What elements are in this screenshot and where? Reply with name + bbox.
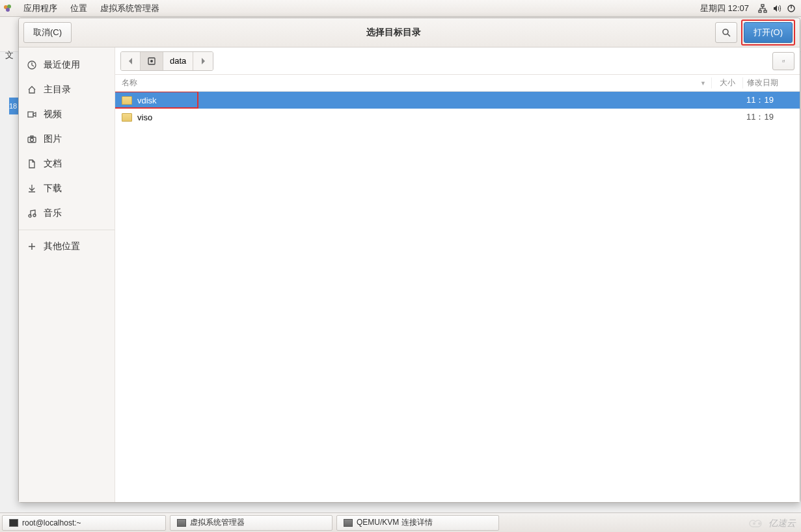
svg-point-8 — [723, 29, 728, 34]
search-button[interactable] — [715, 22, 737, 43]
sidebar-label: 视频 — [44, 109, 62, 120]
svg-rect-4 — [759, 10, 761, 12]
file-list-panel: data 名称 ▼ 大小 修改日期 vdisk — [115, 47, 800, 502]
sidebar-item-music[interactable]: 音乐 — [19, 201, 115, 226]
sidebar-item-home[interactable]: 主目录 — [19, 77, 115, 102]
file-name: viso — [137, 113, 152, 122]
file-list[interactable]: vdisk 11：19 viso 11：19 — [115, 92, 800, 502]
path-root-button[interactable] — [141, 52, 163, 70]
svg-point-15 — [29, 215, 31, 217]
sidebar-separator — [19, 230, 115, 230]
sidebar-item-documents[interactable]: 文档 — [19, 152, 115, 176]
sidebar-item-downloads[interactable]: 下载 — [19, 176, 115, 201]
open-button-highlight: 打开(O) — [741, 20, 795, 46]
network-icon[interactable] — [755, 4, 770, 13]
svg-point-20 — [759, 523, 761, 525]
taskbar-item-qemu[interactable]: QEMU/KVM 连接详情 — [336, 515, 499, 531]
path-bar: data — [115, 47, 800, 75]
taskbar-item-vmm[interactable]: 虚拟系统管理器 — [170, 515, 333, 531]
sidebar-item-recent[interactable]: 最近使用 — [19, 53, 115, 77]
power-icon[interactable] — [784, 4, 798, 13]
search-icon — [722, 28, 731, 37]
path-forward-button[interactable] — [193, 52, 213, 70]
svg-point-13 — [31, 139, 34, 142]
sidebar-label: 文档 — [44, 158, 62, 170]
chevron-left-icon — [128, 58, 133, 64]
column-headers: 名称 ▼ 大小 修改日期 — [115, 75, 800, 92]
taskbar-label: QEMU/KVM 连接详情 — [357, 517, 433, 528]
camera-icon — [27, 135, 37, 143]
volume-icon[interactable] — [770, 4, 784, 13]
bottom-taskbar: root@localhost:~ 虚拟系统管理器 QEMU/KVM 连接详情 — [0, 512, 801, 532]
column-name[interactable]: 名称 ▼ — [122, 77, 711, 88]
sidebar-label: 音乐 — [44, 207, 62, 219]
new-folder-button[interactable] — [772, 52, 794, 70]
sidebar-item-other-places[interactable]: 其他位置 — [19, 234, 115, 259]
home-icon — [27, 85, 37, 94]
download-icon — [27, 184, 37, 193]
svg-rect-3 — [761, 5, 764, 7]
taskbar-item-terminal[interactable]: root@localhost:~ — [2, 515, 166, 531]
new-folder-icon — [782, 57, 785, 66]
open-button[interactable]: 打开(O) — [744, 22, 793, 43]
file-name: vdisk — [137, 96, 157, 105]
taskbar-label: 虚拟系统管理器 — [190, 517, 245, 528]
top-panel: 应用程序 位置 虚拟系统管理器 星期四 12:07 — [0, 0, 801, 17]
svg-point-18 — [150, 60, 153, 62]
svg-point-16 — [33, 214, 36, 217]
file-date: 11：19 — [742, 94, 800, 106]
svg-line-9 — [727, 34, 730, 36]
watermark: 亿速云 — [748, 518, 796, 529]
file-row-vdisk[interactable]: vdisk 11：19 — [115, 92, 800, 109]
svg-rect-14 — [31, 136, 33, 137]
clock-icon — [27, 60, 37, 70]
music-icon — [27, 209, 37, 218]
vm-icon — [177, 519, 186, 527]
sidebar-item-pictures[interactable]: 图片 — [19, 127, 115, 152]
file-chooser-dialog: 取消(C) 选择目标目录 打开(O) 最近使用 主目录 视频 图片 — [18, 18, 800, 503]
sidebar-label: 图片 — [44, 133, 62, 145]
chevron-right-icon — [200, 58, 206, 64]
sidebar-item-videos[interactable]: 视频 — [19, 102, 115, 127]
file-date: 11：19 — [742, 111, 800, 123]
dialog-titlebar: 取消(C) 选择目标目录 打开(O) — [19, 18, 800, 47]
taskbar-label: root@localhost:~ — [22, 518, 81, 527]
plus-icon — [27, 243, 37, 250]
folder-icon — [122, 96, 132, 105]
column-date[interactable]: 修改日期 — [742, 77, 800, 88]
svg-point-2 — [6, 8, 10, 12]
svg-rect-11 — [28, 112, 33, 117]
document-icon — [27, 159, 37, 168]
path-back-button[interactable] — [121, 52, 141, 70]
path-segment-data[interactable]: data — [163, 52, 193, 70]
folder-icon — [122, 113, 132, 122]
menu-applications[interactable]: 应用程序 — [17, 3, 64, 14]
activities-icon[interactable] — [3, 3, 13, 14]
svg-point-19 — [753, 523, 755, 525]
cancel-button[interactable]: 取消(C) — [23, 22, 72, 43]
file-row-viso[interactable]: viso 11：19 — [115, 109, 800, 126]
places-sidebar: 最近使用 主目录 视频 图片 文档 下载 — [19, 47, 115, 502]
disk-icon — [147, 57, 156, 66]
sidebar-label: 其他位置 — [44, 241, 80, 252]
clock[interactable]: 星期四 12:07 — [694, 3, 755, 14]
vm-icon — [344, 519, 353, 527]
terminal-icon — [9, 519, 18, 527]
dialog-title: 选择目标目录 — [72, 27, 715, 38]
bg-text: 文 — [5, 49, 14, 61]
sort-indicator-icon: ▼ — [700, 80, 706, 86]
sidebar-label: 主目录 — [44, 84, 71, 96]
sidebar-label: 下载 — [44, 183, 62, 194]
column-size[interactable]: 大小 — [711, 77, 742, 88]
menu-vmm[interactable]: 虚拟系统管理器 — [94, 3, 166, 14]
video-icon — [27, 111, 37, 118]
sidebar-label: 最近使用 — [44, 59, 80, 71]
menu-places[interactable]: 位置 — [64, 3, 94, 14]
svg-rect-5 — [764, 10, 767, 12]
